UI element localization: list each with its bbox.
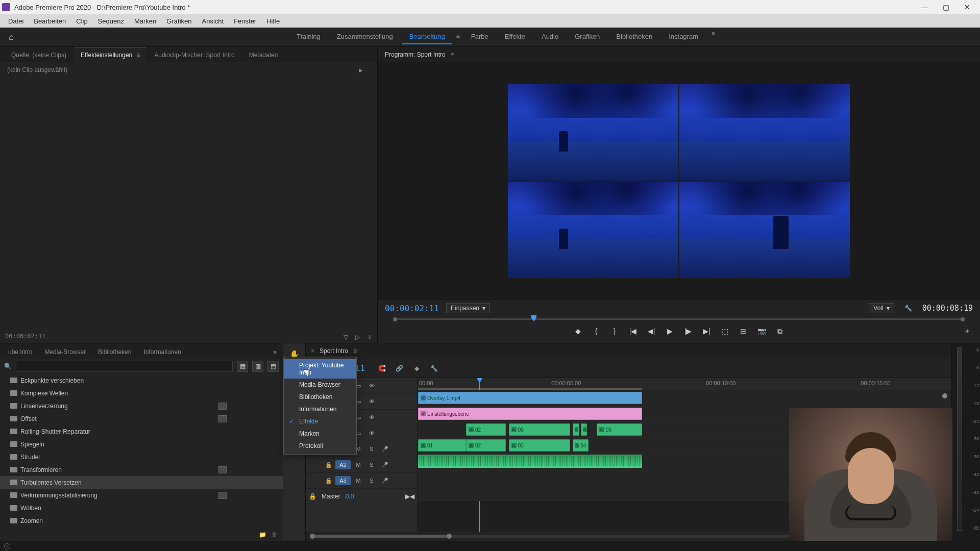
effect-item[interactable]: Eckpunkte verschieben — [0, 374, 283, 387]
menu-marken[interactable]: Marken — [129, 15, 161, 27]
new-bin-icon[interactable]: 📁 — [259, 531, 266, 538]
menu-hilfe[interactable]: Hilfe — [261, 15, 285, 27]
preset-btn-3[interactable]: ▤ — [267, 361, 279, 372]
sequence-menu-icon[interactable]: ≡ — [353, 347, 357, 355]
menu-fenster[interactable]: Fenster — [229, 15, 261, 27]
link-icon[interactable]: 🔗 — [395, 363, 405, 373]
program-scrubber[interactable] — [395, 315, 963, 323]
goto-in-button[interactable]: |◀ — [627, 325, 639, 337]
trash-icon[interactable]: 🗑 — [272, 531, 278, 538]
effect-item[interactable]: Rolling-Shutter-Reparatur — [0, 425, 283, 438]
wrench-icon[interactable]: 🔧 — [904, 305, 912, 312]
tab-informationen[interactable]: Informationen — [138, 345, 186, 359]
workspace-bearbeitung[interactable]: Bearbeitung — [402, 30, 452, 44]
home-icon[interactable]: ⌂ — [4, 30, 18, 44]
effect-item[interactable]: Zoomen — [0, 514, 283, 527]
timeline-clip[interactable]: fxOverlay 1.mp4 — [418, 392, 642, 404]
workspace-grafiken[interactable]: Grafiken — [568, 30, 607, 44]
play-button[interactable]: ▶ — [664, 325, 675, 337]
timeline-clip[interactable] — [418, 455, 642, 468]
timeline-clip[interactable]: fx03 — [509, 439, 570, 452]
panel-overflow-icon[interactable]: » — [270, 345, 280, 359]
preset-btn-1[interactable]: ▦ — [237, 361, 248, 372]
ctx-informationen[interactable]: Informationen — [284, 403, 356, 415]
workspace-zusammenstellung[interactable]: Zusammenstellung — [330, 30, 400, 44]
goto-out-button[interactable]: ▶| — [701, 325, 712, 337]
workspace-farbe[interactable]: Farbe — [464, 30, 496, 44]
timeline-clip[interactable]: fx04 — [573, 439, 589, 452]
preset-btn-2[interactable]: ▥ — [252, 361, 263, 372]
quality-dropdown[interactable]: Voll▾ — [869, 303, 894, 313]
timeline-clip[interactable]: fx03 — [509, 423, 570, 436]
add-marker-button[interactable]: ◆ — [572, 325, 583, 337]
effect-item[interactable]: Komplexe Wellen — [0, 387, 283, 399]
tab-quelle[interactable]: Quelle: (keine Clips) — [5, 48, 72, 62]
program-timecode-current[interactable]: 00:00:02:11 — [385, 304, 439, 313]
ctx-marken[interactable]: Marken — [284, 428, 356, 440]
timeline-clip[interactable]: fx — [573, 423, 579, 436]
ctx-bibliotheken[interactable]: Bibliotheken — [284, 391, 356, 403]
menu-ansicht[interactable]: Ansicht — [197, 15, 229, 27]
info-icon[interactable]: i — [4, 543, 10, 549]
marker-icon[interactable]: ◆ — [412, 363, 422, 373]
tab-audioclip-mischer[interactable]: Audioclip-Mischer: Sport Intro — [148, 48, 240, 62]
ctx-media-browser[interactable]: Media-Browser — [284, 379, 356, 391]
workspace-effekte[interactable]: Effekte — [498, 30, 532, 44]
timeline-clip[interactable]: fx02 — [466, 439, 506, 452]
program-monitor[interactable] — [378, 62, 980, 300]
comparison-button[interactable]: ⧉ — [774, 325, 786, 337]
zoom-dropdown[interactable]: Einpassen▾ — [446, 303, 490, 313]
workspace-training[interactable]: Training — [289, 30, 327, 44]
timeline-clip[interactable]: fx01 — [418, 439, 466, 452]
effect-item[interactable]: Turbulentes Versetzen — [0, 476, 283, 489]
workspace-audio[interactable]: Audio — [534, 30, 566, 44]
timeline-clip[interactable]: fx — [581, 423, 587, 436]
menu-clip[interactable]: Clip — [71, 15, 92, 27]
effect-item[interactable]: Verkrümmungsstabilisierung — [0, 489, 283, 502]
step-back-button[interactable]: ◀| — [646, 325, 657, 337]
menu-datei[interactable]: Datei — [3, 15, 29, 27]
extract-button[interactable]: ⊟ — [738, 325, 749, 337]
tab-metadaten[interactable]: Metadaten — [243, 48, 284, 62]
minimize-button[interactable]: — — [914, 0, 935, 14]
tab-effekteinstellungen[interactable]: Effekteinstellungen≡ — [75, 47, 146, 62]
mark-out-button[interactable]: } — [609, 325, 620, 337]
disclosure-arrow-icon[interactable]: ▶ — [359, 67, 363, 73]
menu-sequenz[interactable]: Sequenz — [93, 15, 129, 27]
workspace-menu-icon[interactable]: ≡ — [454, 30, 462, 44]
sequence-name[interactable]: Sport Intro — [320, 347, 348, 355]
step-forward-button[interactable]: |▶ — [682, 325, 694, 337]
close-button[interactable]: ✕ — [957, 0, 978, 14]
effect-item[interactable]: Transformieren — [0, 463, 283, 476]
effect-item[interactable]: Strudel — [0, 450, 283, 463]
effect-item[interactable]: Spiegeln — [0, 438, 283, 450]
effect-item[interactable]: Wölben — [0, 502, 283, 514]
button-editor-add[interactable]: ＋ — [962, 325, 973, 337]
effect-item[interactable]: Linsenverzerrung — [0, 399, 283, 412]
program-menu-icon[interactable]: ≡ — [451, 51, 454, 58]
mark-in-button[interactable]: { — [591, 325, 602, 337]
maximize-button[interactable]: ▢ — [935, 0, 957, 14]
work-area-end[interactable] — [942, 393, 947, 398]
export-icon[interactable]: ⇪ — [367, 334, 372, 341]
menu-grafiken[interactable]: Grafiken — [161, 15, 197, 27]
timeline-clip[interactable]: fx02 — [466, 423, 506, 436]
ctx-effekte[interactable]: Effekte — [284, 415, 356, 428]
effects-list[interactable]: Eckpunkte verschiebenKomplexe WellenLins… — [0, 374, 283, 529]
workspace-overflow-icon[interactable]: » — [712, 30, 715, 44]
tab-project[interactable]: ube Intro — [3, 345, 37, 359]
menu-bearbeiten[interactable]: Bearbeiten — [29, 15, 71, 27]
lift-button[interactable]: ⬚ — [719, 325, 730, 337]
ctx-projekt[interactable]: Projekt: Youtube Intro — [284, 359, 356, 379]
panel-menu-icon[interactable]: ≡ — [136, 52, 140, 59]
effects-search-input[interactable] — [16, 361, 233, 372]
step-icon[interactable]: ▷ — [355, 334, 360, 341]
ctx-protokoll[interactable]: Protokoll — [284, 440, 356, 452]
tab-bibliotheken[interactable]: Bibliotheken — [93, 345, 136, 359]
filter-icon[interactable]: ▽ — [344, 334, 348, 341]
sequence-close-icon[interactable]: × — [311, 347, 314, 355]
effect-item[interactable]: Offset — [0, 412, 283, 425]
program-playhead[interactable] — [531, 315, 536, 321]
tab-media-browser[interactable]: Media-Browser — [39, 345, 91, 359]
timeline-clip[interactable]: fxEinstellungsebene — [418, 408, 642, 420]
